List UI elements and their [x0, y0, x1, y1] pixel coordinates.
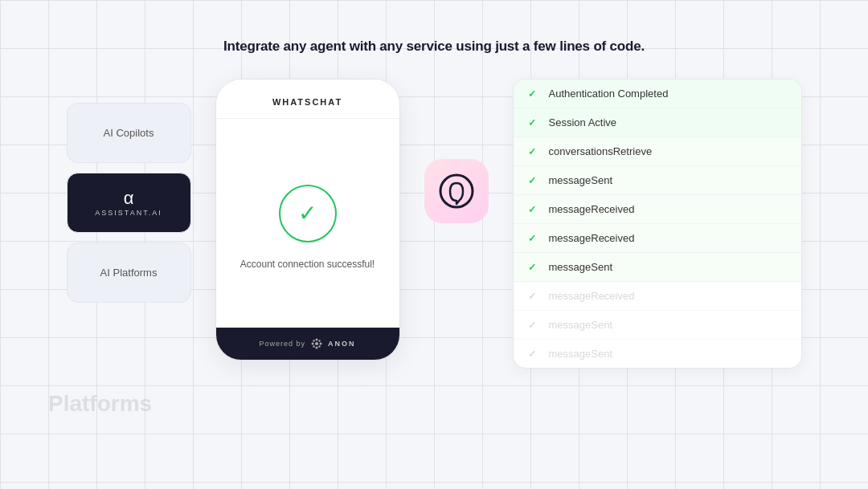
status-item-6: ✓ messageReceived [514, 224, 801, 253]
check-icon-9: ✓ [528, 320, 539, 331]
ai-platforms-card[interactable]: AI Platforms [67, 242, 191, 303]
status-panel: ✓ Authentication Completed ✓ Session Act… [513, 79, 802, 369]
check-icon-7: ✓ [528, 262, 539, 273]
check-icon-4: ✓ [528, 175, 539, 186]
check-icon-1: ✓ [528, 88, 539, 100]
phone-mockup: WHATSCHAT ✓ Account connection successfu… [215, 79, 400, 361]
alpha-icon: α [124, 189, 134, 207]
page-title: Integrate any agent with any service usi… [223, 39, 645, 55]
chat-icon-wrap [424, 159, 489, 223]
assistant-logo: α ASSISTANT.AI [95, 189, 162, 217]
status-item-5: ✓ messageReceived [514, 195, 801, 224]
anon-flower-icon [310, 337, 323, 350]
status-item-1: ✓ Authentication Completed [514, 79, 801, 108]
phone-footer: Powered by ANON [216, 328, 399, 360]
status-label-7: messageSent [549, 261, 613, 273]
status-item-7: ✓ messageSent [514, 253, 801, 282]
success-circle: ✓ [279, 185, 337, 242]
check-icon-10: ✓ [528, 348, 539, 360]
anon-brand-label: ANON [328, 340, 356, 348]
main-area: AI Copilots α ASSISTANT.AI AI Platforms … [0, 79, 868, 369]
powered-by-label: Powered by [259, 340, 305, 348]
status-label-6: messageReceived [549, 232, 635, 244]
assistant-ai-card[interactable]: α ASSISTANT.AI [67, 173, 191, 233]
phone-success-message: Account connection successful! [240, 259, 375, 270]
status-label-10: messageSent [549, 348, 613, 360]
status-label-1: Authentication Completed [549, 88, 669, 100]
status-item-4: ✓ messageSent [514, 166, 801, 195]
check-icon-5: ✓ [528, 204, 539, 215]
status-item-3: ✓ conversationsRetrieve [514, 137, 801, 166]
svg-point-1 [316, 339, 318, 341]
assistant-label: ASSISTANT.AI [95, 209, 162, 217]
phone-body: ✓ Account connection successful! [216, 119, 399, 328]
status-item-10: ✓ messageSent [514, 340, 801, 368]
chat-bubble-icon [439, 173, 474, 209]
status-item-9: ✓ messageSent [514, 311, 801, 340]
status-label-2: Session Active [549, 116, 617, 128]
ai-platforms-label: AI Platforms [100, 267, 158, 279]
svg-point-5 [313, 340, 314, 341]
svg-point-8 [318, 345, 320, 347]
page-header: Integrate any agent with any service usi… [223, 39, 645, 55]
status-label-4: messageSent [549, 174, 613, 186]
check-icon-2: ✓ [528, 117, 539, 128]
svg-point-6 [318, 340, 320, 341]
svg-point-3 [312, 343, 314, 345]
svg-point-7 [313, 345, 314, 347]
phone-app-name: WHATSCHAT [216, 79, 399, 119]
left-sidebar: AI Copilots α ASSISTANT.AI AI Platforms [67, 103, 191, 303]
check-icon-8: ✓ [528, 291, 539, 302]
check-icon-3: ✓ [528, 146, 539, 157]
checkmark-icon: ✓ [298, 202, 317, 225]
ai-copilots-label: AI Copilots [104, 127, 154, 139]
chat-icon-bubble [424, 159, 489, 223]
status-label-9: messageSent [549, 319, 613, 331]
status-item-2: ✓ Session Active [514, 108, 801, 137]
svg-point-4 [320, 343, 322, 345]
status-label-8: messageReceived [549, 290, 635, 302]
status-item-8: ✓ messageReceived [514, 282, 801, 311]
platforms-watermark: Platforms [48, 391, 152, 417]
status-label-3: conversationsRetrieve [549, 145, 653, 157]
ai-copilots-card[interactable]: AI Copilots [67, 103, 191, 163]
svg-point-2 [316, 347, 318, 349]
check-icon-6: ✓ [528, 233, 539, 244]
status-label-5: messageReceived [549, 203, 635, 215]
svg-point-0 [315, 342, 318, 345]
